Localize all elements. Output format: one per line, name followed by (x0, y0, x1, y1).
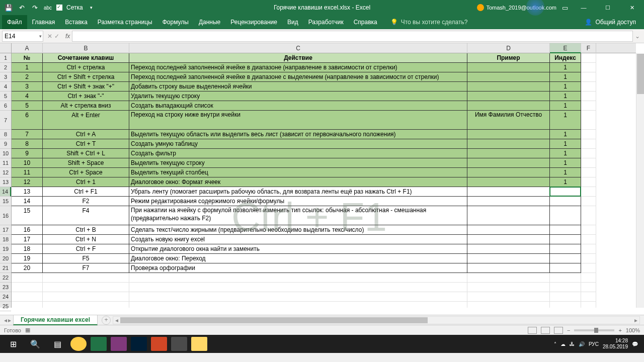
row-header[interactable]: 8 (0, 130, 11, 139)
cell[interactable] (467, 101, 550, 111)
cell[interactable]: Переход последней заполненной ячейке в д… (129, 72, 467, 82)
network-icon[interactable]: 🖧 (570, 341, 575, 347)
col-header-d[interactable]: D (467, 43, 550, 53)
cell[interactable] (129, 283, 467, 292)
cell[interactable] (550, 197, 581, 206)
cell[interactable]: 1 (550, 92, 581, 101)
cell[interactable] (581, 263, 596, 273)
tab-help[interactable]: Справка (349, 15, 382, 29)
user-account[interactable]: Tomash_2019@outlook.com (477, 4, 556, 11)
cell[interactable] (581, 63, 596, 72)
fx-icon[interactable]: fx (63, 33, 72, 40)
tab-insert[interactable]: Вставка (60, 15, 93, 29)
tab-home[interactable]: Главная (27, 15, 60, 29)
notifications-icon[interactable]: 💬 (632, 341, 638, 347)
col-header-e[interactable]: E (550, 43, 581, 53)
col-header-f[interactable]: F (581, 43, 596, 53)
cell[interactable] (467, 187, 550, 197)
minimize-button[interactable]: — (574, 0, 594, 15)
cell[interactable] (581, 72, 596, 82)
cell[interactable] (467, 254, 550, 263)
cell[interactable] (550, 302, 581, 308)
cell[interactable]: Shift + Ctrl + L (43, 149, 129, 158)
cell[interactable]: 12 (12, 177, 43, 187)
tab-page-layout[interactable]: Разметка страницы (93, 15, 157, 29)
cell[interactable]: 15 (12, 206, 43, 225)
cell[interactable]: 6 (12, 111, 43, 130)
cell[interactable] (581, 53, 596, 63)
cell[interactable]: F2 (43, 197, 129, 206)
select-all-corner[interactable] (0, 43, 12, 53)
cell[interactable]: 8 (12, 139, 43, 149)
cell[interactable]: Ctrl + B (43, 225, 129, 235)
sheet-nav[interactable]: ◂▸ (2, 317, 13, 324)
cell[interactable] (550, 283, 581, 292)
cell[interactable] (550, 244, 581, 254)
col-header-a[interactable]: A (12, 43, 43, 53)
cell[interactable] (550, 187, 581, 197)
scroll-left-icon[interactable]: ◂ (113, 317, 120, 324)
cell[interactable] (581, 177, 596, 187)
enter-icon[interactable]: ✓ (54, 33, 59, 40)
row-header[interactable]: 11 (0, 158, 11, 168)
excel-icon[interactable] (91, 337, 107, 351)
row-header[interactable]: 10 (0, 149, 11, 158)
cell[interactable]: Проверка орфографии (129, 263, 467, 273)
cancel-icon[interactable]: ✕ (47, 33, 52, 40)
language-indicator[interactable]: РУС (589, 341, 599, 347)
cell[interactable] (581, 82, 596, 92)
cell[interactable]: Создать новую книгу excel (129, 235, 467, 244)
cell[interactable] (467, 63, 550, 72)
row-header[interactable]: 2 (0, 63, 11, 72)
cell[interactable]: Ctrl + Shift + стрелка (43, 72, 129, 82)
cell[interactable]: 19 (12, 254, 43, 263)
cell[interactable] (467, 283, 550, 292)
office-icon[interactable] (151, 337, 167, 351)
formula-input[interactable] (72, 31, 633, 42)
cell[interactable]: 1 (550, 158, 581, 168)
tray-chevron-icon[interactable]: ˄ (554, 341, 556, 347)
tab-view[interactable]: Вид (282, 15, 303, 29)
cell[interactable]: 1 (12, 63, 43, 72)
cell[interactable] (43, 292, 129, 302)
cell[interactable] (581, 158, 596, 168)
row-header[interactable]: 25 (0, 302, 11, 311)
cell[interactable]: 1 (550, 63, 581, 72)
cell[interactable]: 1 (550, 139, 581, 149)
cell[interactable]: 1 (550, 101, 581, 111)
search-icon[interactable]: 🔍 (24, 335, 46, 353)
cell[interactable] (550, 263, 581, 273)
row-header[interactable]: 3 (0, 72, 11, 82)
cell[interactable] (581, 302, 596, 308)
cell[interactable]: 1 (550, 111, 581, 130)
qat-dropdown-icon[interactable]: ▾ (87, 3, 96, 12)
zoom-slider[interactable] (574, 329, 614, 331)
row-header[interactable]: 20 (0, 254, 11, 263)
cell[interactable]: Режим редактирования содержимого ячейки/… (129, 197, 467, 206)
cell[interactable]: Ctrl + T (43, 139, 129, 149)
cell[interactable] (467, 235, 550, 244)
cell[interactable]: F5 (43, 254, 129, 263)
name-box[interactable]: E14 (2, 31, 43, 42)
cell[interactable] (581, 206, 596, 225)
cell[interactable] (467, 225, 550, 235)
undo-icon[interactable]: ↶ (17, 3, 26, 12)
cell[interactable]: Ctrl + 1 (43, 177, 129, 187)
cell[interactable] (581, 139, 596, 149)
table-header[interactable]: Индекс (550, 53, 581, 63)
row-header[interactable]: 5 (0, 92, 11, 101)
row-header[interactable]: 12 (0, 168, 11, 177)
cell[interactable] (550, 206, 581, 225)
cell[interactable] (467, 139, 550, 149)
cell[interactable]: Имя Фамилия Отчество (467, 111, 550, 130)
tab-file[interactable]: Файл (2, 15, 27, 29)
cell[interactable] (550, 292, 581, 302)
cell[interactable]: Ctrl + N (43, 235, 129, 244)
spreadsheet-grid[interactable]: A B C D E F 1234567891011121314151617181… (0, 43, 644, 315)
chrome-icon[interactable] (70, 337, 87, 351)
cell[interactable] (467, 92, 550, 101)
add-sheet-button[interactable]: + (102, 316, 111, 325)
cell[interactable] (550, 235, 581, 244)
cell[interactable]: Диалоговое окно: Переход (129, 254, 467, 263)
cell[interactable]: Добавить строку выше выделенной ячейки (129, 82, 467, 92)
